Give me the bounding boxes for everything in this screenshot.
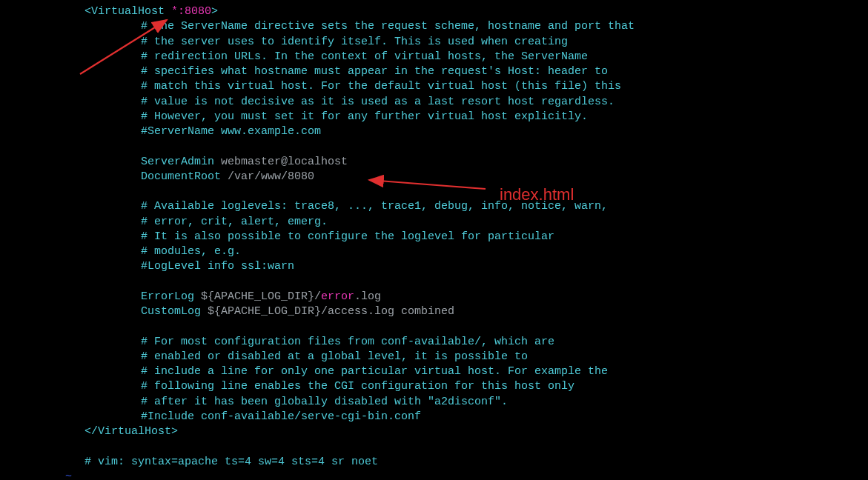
error-log-line: ErrorLog ${APACHE_LOG_DIR}/error.log (0, 290, 868, 304)
comment-line: # However, you must set it for any furth… (0, 110, 868, 124)
comment-line: #ServerName www.example.com (0, 124, 868, 139)
tag-args: *:8080 (165, 5, 211, 18)
comment-line: # the server uses to identify itself. Th… (0, 35, 868, 50)
vhost-open-tag: <VirtualHost *:8080> (0, 4, 868, 19)
vhost-close-tag: </VirtualHost> (0, 424, 868, 439)
comment-line: # enabled or disabled at a global level,… (0, 350, 868, 364)
comment-line: # include a line for only one particular… (0, 364, 868, 379)
angle-bracket-open: < (85, 5, 91, 18)
server-admin-line: ServerAdmin webmaster@localhost (0, 155, 868, 170)
blank-line (0, 275, 868, 290)
directive-value: webmaster@localhost (214, 156, 348, 168)
custom-log-line: CustomLog ${APACHE_LOG_DIR}/access.log c… (0, 304, 868, 319)
blank-line (0, 439, 868, 454)
tag-name: VirtualHost (98, 425, 171, 438)
document-root-line: DocumentRoot /var/www/8080 (0, 170, 868, 184)
directive-key: ServerAdmin (141, 156, 214, 168)
directive-value: /var/www/8080 (221, 170, 314, 183)
comment-line: #Include conf-available/serve-cgi-bin.co… (0, 410, 868, 424)
blank-line (0, 184, 868, 199)
comment-line: # redirection URLs. In the context of vi… (0, 50, 868, 64)
log-ext: .log (354, 290, 381, 303)
log-file: error (321, 290, 354, 303)
blank-line (0, 139, 868, 154)
directive-key: CustomLog (141, 305, 201, 318)
directive-key: ErrorLog (141, 290, 194, 303)
comment-line: #LogLevel info ssl:warn (0, 259, 868, 274)
comment-line: # For most configuration files from conf… (0, 335, 868, 350)
comment-line: # after it has been globally disabled wi… (0, 395, 868, 410)
comment-line: # It is also possible to configure the l… (0, 230, 868, 244)
vim-tilde: ~ (0, 470, 868, 480)
comment-line: # following line enables the CGI configu… (0, 379, 868, 394)
angle-bracket-close: > (211, 5, 218, 18)
vim-modeline: # vim: syntax=apache ts=4 sw=4 sts=4 sr … (0, 455, 868, 470)
tag-name: VirtualHost (91, 5, 165, 18)
log-var: ${APACHE_LOG_DIR}/ (194, 290, 321, 303)
directive-key: DocumentRoot (141, 170, 221, 183)
comment-line: # Available loglevels: trace8, ..., trac… (0, 199, 868, 214)
comment-line: # match this virtual host. For the defau… (0, 79, 868, 94)
comment-line: # specifies what hostname must appear in… (0, 64, 868, 79)
log-rest: ${APACHE_LOG_DIR}/access.log combined (201, 305, 454, 318)
comment-line: # modules, e.g. (0, 244, 868, 259)
angle-bracket-open: </ (85, 425, 98, 438)
annotation-label: index.html (500, 184, 574, 206)
angle-bracket-close: > (171, 425, 178, 438)
comment-line: # value is not decisive as it is used as… (0, 95, 868, 110)
comment-line: # The ServerName directive sets the requ… (0, 19, 868, 34)
comment-line: # error, crit, alert, emerg. (0, 215, 868, 230)
blank-line (0, 319, 868, 334)
